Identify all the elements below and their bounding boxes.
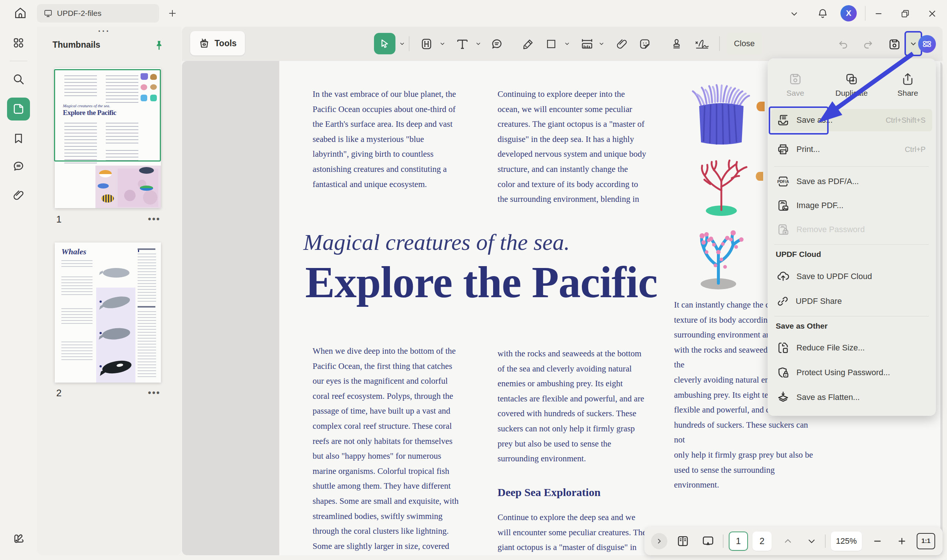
sidebar-item-bookmarks[interactable] (8, 128, 29, 149)
menu-item-save-as-pdfa[interactable]: PDF/A Save as PDF/A... (771, 171, 932, 192)
ai-assistant-button[interactable] (918, 35, 936, 53)
save-button[interactable] (885, 35, 903, 53)
pdfa-icon: PDF/A (776, 175, 790, 188)
thumbnail-page-1[interactable]: Magical creatures of the sea. Explore th… (55, 68, 161, 208)
reading-mode-button[interactable] (674, 532, 692, 550)
occluded-coral-sliver (756, 102, 765, 111)
menu-item-reduce-file-size[interactable]: Reduce File Size... (771, 337, 932, 359)
highlight-tool-button[interactable] (417, 35, 436, 53)
text-tool-dropdown[interactable] (474, 39, 483, 48)
page-2-button[interactable]: 2 (753, 532, 772, 551)
next-page-button[interactable] (804, 533, 820, 549)
sticker-tool-button[interactable] (635, 35, 654, 53)
chevron-down-icon (440, 41, 446, 46)
measure-tool-button[interactable] (577, 35, 597, 53)
new-tab-button[interactable] (165, 6, 180, 21)
sidebar-item-menu[interactable] (8, 32, 29, 53)
home-button[interactable] (11, 4, 29, 22)
thumb2-text-block (62, 342, 93, 362)
attach-tool-button[interactable] (612, 35, 631, 53)
chevron-right-icon (656, 538, 663, 545)
sidebar-divider (9, 61, 27, 62)
previous-page-button[interactable] (780, 533, 796, 549)
menu-item-label: Save as PDF/A... (796, 177, 859, 186)
menu-item-save-to-cloud[interactable]: Save to UPDF Cloud (771, 265, 932, 288)
thumb2-text-block (62, 277, 93, 297)
sidebar-item-appearance[interactable] (8, 528, 29, 549)
select-tool-button[interactable] (374, 33, 395, 54)
anemone-illustration (686, 83, 756, 148)
menu-duplicate-label: Duplicate (829, 89, 874, 98)
minimize-button[interactable] (870, 6, 887, 22)
tools-button[interactable]: Tools (190, 31, 245, 55)
thumb2-options-button[interactable]: ••• (148, 388, 160, 398)
document-tab[interactable]: UPDF-2-files (37, 4, 159, 23)
menu-item-protect-password[interactable]: Protect Using Password... (771, 362, 932, 384)
chevron-down-icon (598, 41, 605, 46)
page-1-button[interactable]: 1 (729, 532, 748, 551)
save-floppy-icon (888, 38, 901, 51)
thumbnail-page-2[interactable]: Whales (55, 243, 161, 383)
chevron-down-icon (475, 41, 481, 46)
page-1-label: 1 (736, 536, 740, 546)
menu-save-label: Save (773, 89, 817, 98)
highlight-tool-dropdown[interactable] (438, 39, 447, 48)
sidebar-item-attachments[interactable] (8, 185, 29, 206)
titlebar-separator (865, 6, 865, 21)
zoom-in-button[interactable] (894, 533, 910, 549)
occluded-coral-sliver (756, 172, 763, 181)
pin-panel-button[interactable] (151, 37, 167, 53)
visible-area-indicator[interactable] (54, 69, 161, 162)
undo-button[interactable] (835, 36, 851, 52)
menu-item-updf-share[interactable]: UPDF Share (771, 290, 932, 312)
square-shape-icon (545, 38, 557, 50)
close-window-button[interactable] (923, 6, 941, 22)
sidebar-item-thumbnails[interactable] (7, 98, 30, 120)
chevron-down-icon (807, 537, 816, 546)
stamp-tool-button[interactable] (667, 35, 686, 53)
select-tool-dropdown[interactable] (398, 39, 407, 48)
restore-button[interactable] (897, 6, 914, 22)
menu-share-label: Share (885, 89, 930, 98)
zoom-out-button[interactable] (869, 533, 885, 549)
thumb1-options-button[interactable]: ••• (148, 214, 160, 224)
actual-size-button[interactable]: 1:1 (917, 533, 935, 549)
titlebar-collapse-button[interactable] (787, 7, 801, 21)
menu-item-label: Protect Using Password... (796, 368, 890, 377)
thumb2-text-block (62, 260, 93, 269)
home-icon (14, 7, 27, 19)
measure-tool-dropdown[interactable] (597, 39, 606, 48)
zoom-level-display[interactable]: 125% (831, 532, 862, 551)
thumb2-text-block (137, 254, 156, 302)
signature-tool-button[interactable] (692, 35, 713, 53)
toolbar-separator (409, 36, 410, 51)
book-icon (676, 534, 689, 548)
menu-duplicate-action[interactable]: Duplicate (829, 69, 874, 98)
sidebar-item-search[interactable] (8, 69, 29, 89)
collapse-bar-button[interactable] (651, 533, 667, 549)
redo-button[interactable] (860, 36, 876, 52)
chevron-down-icon (790, 9, 799, 18)
bottom-navigation-bar: 1 2 125% 1:1 (645, 527, 942, 555)
panel-drag-handle[interactable]: ··· (98, 26, 110, 36)
menu-save-action: Save (773, 69, 817, 98)
menu-item-image-pdf[interactable]: Image PDF... (771, 194, 932, 217)
menu-item-save-as-flatten[interactable]: Save as Flatten... (771, 386, 932, 408)
sidebar-item-comments[interactable] (8, 156, 29, 177)
avatar[interactable]: X (841, 5, 857, 22)
close-toolbar-button[interactable]: Close (726, 32, 762, 55)
shapes-tool-button[interactable] (542, 35, 560, 53)
comment-tool-button[interactable] (487, 35, 506, 53)
save-floppy-icon (788, 72, 802, 86)
menu-section-save-as-other: Save as Other (776, 322, 828, 331)
tools-label: Tools (214, 38, 237, 48)
pencil-tool-button[interactable] (519, 35, 537, 53)
presentation-mode-button[interactable] (699, 532, 717, 550)
shapes-tool-dropdown[interactable] (563, 39, 572, 48)
text-tool-button[interactable] (453, 35, 472, 53)
menu-item-print[interactable]: Print... Ctrl+P (771, 138, 932, 160)
menu-share-action[interactable]: Share (885, 69, 930, 98)
comment-icon (12, 160, 25, 172)
cloud-upload-icon (776, 270, 790, 283)
notifications-button[interactable] (815, 6, 830, 22)
